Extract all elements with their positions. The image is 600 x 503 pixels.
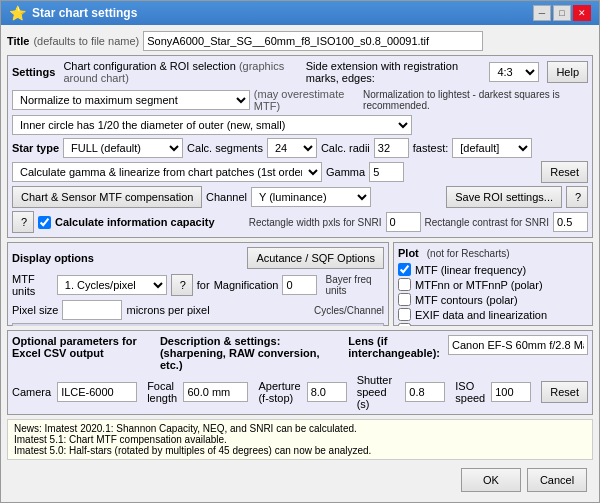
optional-reset-button[interactable]: Reset — [541, 381, 588, 403]
mtfnn-checkbox[interactable] — [398, 278, 411, 291]
max-xaxis-box: Maximum x-axis frequency for linear plot… — [12, 323, 384, 326]
gamma-row: Calculate gamma & linearize from chart p… — [12, 161, 588, 183]
reset-button[interactable]: Reset — [541, 161, 588, 183]
acutance-button[interactable]: Acutance / SQF Options — [247, 247, 384, 269]
exif-label: EXIF data and linearization — [415, 309, 547, 321]
inner-circle-row: Inner circle has 1/20 the diameter of ou… — [12, 115, 588, 135]
camera-row: Camera Focal length Aperture (f-stop) Sh… — [12, 374, 588, 410]
title-row: Title (defaults to file name) — [7, 31, 593, 51]
channel-label: Channel — [206, 191, 247, 203]
calc-info-checkbox[interactable] — [38, 216, 51, 229]
rect-width-input[interactable] — [386, 212, 421, 232]
mtf-linear-checkbox[interactable] — [398, 263, 411, 276]
calc-info-label: Calculate information capacity — [55, 216, 215, 228]
lens-header: Lens (if interchangeable): — [348, 335, 440, 359]
inner-circle-select[interactable]: Inner circle has 1/20 the diameter of ou… — [12, 115, 412, 135]
cancel-button[interactable]: Cancel — [527, 468, 587, 492]
desc-header: Description & settings: (sharpening, RAW… — [160, 335, 340, 371]
for-label: for — [197, 279, 210, 291]
normalize-select[interactable]: Normalize to maximum segment — [12, 90, 250, 110]
mtf-linear-row: MTF (linear frequency) — [398, 263, 588, 276]
focal-input[interactable] — [183, 382, 248, 402]
question-button-3[interactable]: ? — [171, 274, 193, 296]
ok-cancel-row: OK Cancel — [7, 464, 593, 496]
app-icon: ⭐ — [9, 5, 26, 21]
pixel-size-label: Pixel size — [12, 304, 58, 316]
news-line3: Imatest 5.0: Half-stars (rotated by mult… — [14, 445, 586, 456]
magnification-label: Magnification — [214, 279, 279, 291]
close-button[interactable]: ✕ — [573, 5, 591, 21]
acutance-row: Acutance / SQF — [398, 323, 588, 326]
gamma-select[interactable]: Calculate gamma & linearize from chart p… — [12, 162, 322, 182]
title-sublabel: (defaults to file name) — [33, 35, 139, 47]
mtfnn-row: MTFnn or MTFnnP (polar) — [398, 278, 588, 291]
iso-input[interactable] — [491, 382, 531, 402]
display-header: Display options — [12, 252, 94, 264]
magnification-input[interactable] — [282, 275, 317, 295]
exif-checkbox[interactable] — [398, 308, 411, 321]
settings-header: Settings Chart configuration & ROI selec… — [12, 60, 588, 84]
shutter-input[interactable] — [405, 382, 445, 402]
title-label: Title — [7, 35, 29, 47]
fastest-select[interactable]: [default] — [452, 138, 532, 158]
maximize-button[interactable]: □ — [553, 5, 571, 21]
chart-sensor-button[interactable]: Chart & Sensor MTF compensation — [12, 186, 202, 208]
display-section: Display options Acutance / SQF Options M… — [7, 242, 389, 326]
title-bar: ⭐ Star chart settings ─ □ ✕ — [1, 1, 599, 25]
window-title: Star chart settings — [32, 6, 137, 20]
save-roi-button[interactable]: Save ROI settings... — [446, 186, 562, 208]
display-plot-container: Display options Acutance / SQF Options M… — [7, 242, 593, 326]
mtf-contours-row: MTF contours (polar) — [398, 293, 588, 306]
pixel-size-row: Pixel size microns per pixel Cycles/Chan… — [12, 300, 384, 320]
channel-select[interactable]: Y (luminance) R G B — [251, 187, 371, 207]
rect-width-label: Rectangle width pxls for SNRI — [249, 217, 382, 228]
aperture-label: Aperture (f-stop) — [258, 380, 300, 404]
settings-subheader: Chart configuration & ROI selection (gra… — [63, 60, 289, 84]
plot-section: Plot (not for Rescharts) MTF (linear fre… — [393, 242, 593, 326]
star-type-select[interactable]: FULL (default) — [63, 138, 183, 158]
calc-radii-input[interactable] — [374, 138, 409, 158]
mtf-contours-label: MTF contours (polar) — [415, 294, 518, 306]
chart-sensor-row: Chart & Sensor MTF compensation Channel … — [12, 186, 588, 208]
star-type-label: Star type — [12, 142, 59, 154]
news-section: News: Imatest 2020.1: Shannon Capacity, … — [7, 419, 593, 460]
acutance-checkbox[interactable] — [398, 323, 411, 326]
star-type-row: Star type FULL (default) Calc. segments … — [12, 138, 588, 158]
optional-header-row: Optional parameters for Excel CSV output… — [12, 335, 588, 371]
window-controls: ─ □ ✕ — [533, 5, 591, 21]
lens-input[interactable] — [448, 335, 588, 355]
help-button[interactable]: Help — [547, 61, 588, 83]
title-input[interactable] — [143, 31, 483, 51]
plot-note: (not for Rescharts) — [427, 248, 510, 259]
iso-label: ISO speed — [455, 380, 485, 404]
normalize-note2: Normalization to lightest - darkest squa… — [363, 89, 588, 111]
optional-header: Optional parameters for Excel CSV output — [12, 335, 140, 359]
camera-input[interactable] — [57, 382, 137, 402]
news-line2: Imatest 5.1: Chart MTF compensation avai… — [14, 434, 586, 445]
acutance-label: Acutance / SQF — [415, 324, 493, 327]
side-extension-label: Side extension with registration marks, … — [306, 60, 482, 84]
calc-segments-label: Calc. segments — [187, 142, 263, 154]
mtf-linear-label: MTF (linear frequency) — [415, 264, 526, 276]
question-button-1[interactable]: ? — [566, 186, 588, 208]
pixel-size-input[interactable] — [62, 300, 122, 320]
mtf-units-select[interactable]: 1. Cycles/pixel — [57, 275, 167, 295]
aperture-input[interactable] — [307, 382, 347, 402]
cycles-label: Cycles/Channel — [314, 305, 384, 316]
rect-contrast-input[interactable] — [553, 212, 588, 232]
calc-segments-select[interactable]: 24 — [267, 138, 317, 158]
main-window: ⭐ Star chart settings ─ □ ✕ Title (defau… — [0, 0, 600, 503]
mtf-units-row: MTF units 1. Cycles/pixel ? for Magnific… — [12, 273, 384, 297]
mtf-contours-checkbox[interactable] — [398, 293, 411, 306]
calc-radii-label: Calc. radii — [321, 142, 370, 154]
shutter-label: Shutter speed (s) — [357, 374, 400, 410]
question-button-2[interactable]: ? — [12, 211, 34, 233]
rect-contrast-label: Rectangle contrast for SNRI — [425, 217, 550, 228]
side-extension-select[interactable]: 4:3 16:9 — [489, 62, 539, 82]
ok-button[interactable]: OK — [461, 468, 521, 492]
pixel-size-unit: microns per pixel — [126, 304, 209, 316]
gamma-input[interactable] — [369, 162, 404, 182]
camera-label: Camera — [12, 386, 51, 398]
minimize-button[interactable]: ─ — [533, 5, 551, 21]
normalize-note: (may overestimate MTF) — [254, 88, 355, 112]
